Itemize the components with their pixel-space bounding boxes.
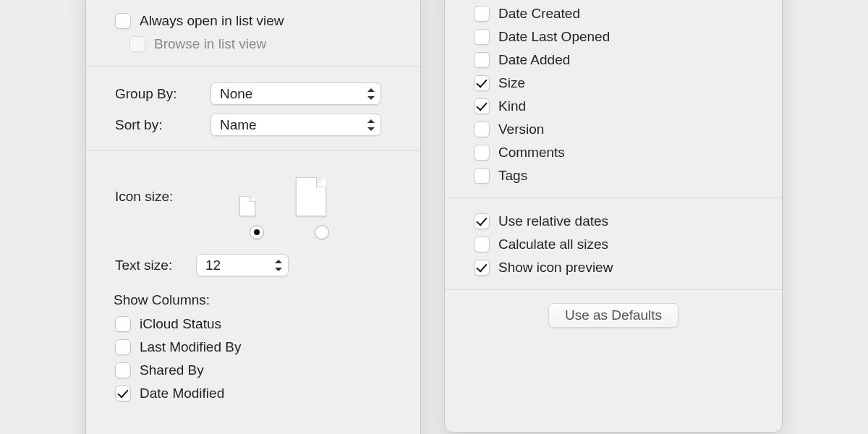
chevron-updown-icon	[367, 88, 375, 100]
column-checkbox-kind[interactable]	[474, 98, 490, 114]
column-label-date-last-opened: Date Last Opened	[498, 29, 610, 45]
column-row-date-modified: Date Modified	[86, 382, 420, 405]
sort-by-row: Sort by: Name	[86, 109, 420, 140]
document-icon	[239, 196, 255, 216]
column-checkbox-icloud-status[interactable]	[115, 316, 131, 332]
column-row-last-modified-by: Last Modified By	[86, 336, 420, 359]
column-checkbox-version[interactable]	[474, 122, 490, 137]
text-size-value: 12	[205, 258, 221, 273]
column-label-date-added: Date Added	[498, 52, 570, 68]
always-open-in-list-view-label: Always open in list view	[140, 13, 284, 29]
group-by-value: None	[220, 86, 252, 102]
column-label-comments: Comments	[498, 145, 565, 161]
browse-in-list-view-checkbox	[129, 36, 145, 52]
option-label-calculate-all-sizes: Calculate all sizes	[498, 237, 608, 252]
icon-size-large-radio[interactable]	[315, 225, 329, 239]
appearance-section: Icon size: Text size: 12 Show Columns: i…	[86, 150, 420, 415]
column-label-icloud-status: iCloud Status	[140, 316, 221, 332]
icon-size-radio-row	[86, 216, 420, 245]
column-label-date-modified: Date Modified	[140, 386, 224, 401]
option-checkbox-calculate-all-sizes[interactable]	[474, 237, 490, 252]
option-row-calculate-all-sizes: Calculate all sizes	[445, 233, 782, 256]
group-by-row: Group By: None	[86, 78, 420, 109]
browse-in-list-view-label: Browse in list view	[154, 36, 266, 52]
always-open-in-list-view-checkbox[interactable]	[115, 13, 131, 29]
column-checkbox-comments[interactable]	[474, 145, 490, 161]
option-checkbox-use-relative-dates[interactable]	[474, 213, 490, 229]
option-row-use-relative-dates: Use relative dates	[445, 210, 782, 233]
icon-size-label: Icon size:	[115, 189, 199, 205]
column-row-size: Size	[445, 72, 782, 95]
column-checkbox-date-last-opened[interactable]	[474, 29, 490, 45]
view-options-panel-left: Always open in list view Browse in list …	[85, 0, 421, 434]
column-row-icloud-status: iCloud Status	[86, 312, 420, 336]
open-mode-section: Always open in list view Browse in list …	[86, 0, 420, 66]
column-row-shared-by: Shared By	[86, 359, 420, 382]
column-label-kind: Kind	[498, 98, 526, 114]
column-label-shared-by: Shared By	[140, 362, 204, 378]
column-checkbox-tags[interactable]	[474, 168, 490, 184]
column-checkbox-shared-by[interactable]	[115, 362, 131, 378]
group-by-label: Group By:	[115, 86, 199, 102]
show-columns-heading: Show Columns:	[86, 281, 420, 312]
column-row-kind: Kind	[445, 95, 782, 118]
text-size-label: Text size:	[115, 258, 184, 273]
browse-in-list-view-row: Browse in list view	[86, 33, 420, 56]
document-icon	[296, 177, 326, 216]
column-row-date-last-opened: Date Last Opened	[445, 25, 782, 48]
group-by-select[interactable]: None	[210, 82, 381, 105]
column-label-last-modified-by: Last Modified By	[140, 339, 241, 355]
use-as-defaults-label: Use as Defaults	[565, 307, 662, 323]
sort-by-label: Sort by:	[115, 117, 199, 133]
option-row-show-icon-preview: Show icon preview	[445, 256, 782, 279]
column-checkbox-date-modified[interactable]	[115, 386, 131, 401]
column-row-date-created: Date Created	[445, 2, 782, 25]
column-label-date-created: Date Created	[498, 6, 580, 22]
column-row-comments: Comments	[445, 141, 782, 164]
column-checkbox-date-added[interactable]	[474, 52, 490, 68]
icon-size-row: Icon size:	[86, 163, 420, 216]
view-options-panel-right: Date CreatedDate Last OpenedDate AddedSi…	[444, 0, 783, 433]
column-label-version: Version	[498, 122, 544, 137]
column-label-tags: Tags	[498, 168, 527, 184]
text-size-row: Text size: 12	[86, 245, 420, 281]
sort-by-value: Name	[220, 117, 257, 133]
column-checkbox-date-created[interactable]	[474, 6, 490, 22]
columns-continued-section: Date CreatedDate Last OpenedDate AddedSi…	[445, 0, 782, 197]
column-row-tags: Tags	[445, 164, 782, 187]
icon-size-small-radio[interactable]	[250, 225, 264, 239]
misc-options-section: Use relative datesCalculate all sizesSho…	[445, 197, 782, 289]
sort-by-select[interactable]: Name	[210, 114, 381, 136]
always-open-in-list-view-row: Always open in list view	[86, 9, 420, 33]
column-row-version: Version	[445, 118, 782, 141]
column-label-size: Size	[498, 75, 525, 91]
text-size-select[interactable]: 12	[196, 254, 289, 276]
option-checkbox-show-icon-preview[interactable]	[474, 260, 490, 276]
option-label-use-relative-dates: Use relative dates	[498, 213, 608, 229]
sorting-section: Group By: None Sort by: Name	[86, 66, 420, 150]
footer: Use as Defaults	[445, 289, 782, 341]
column-checkbox-last-modified-by[interactable]	[115, 339, 131, 355]
option-label-show-icon-preview: Show icon preview	[498, 260, 613, 276]
chevron-updown-icon	[275, 260, 282, 271]
column-row-date-added: Date Added	[445, 48, 782, 72]
chevron-updown-icon	[367, 119, 375, 131]
column-checkbox-size[interactable]	[474, 75, 490, 91]
use-as-defaults-button[interactable]: Use as Defaults	[548, 303, 678, 328]
